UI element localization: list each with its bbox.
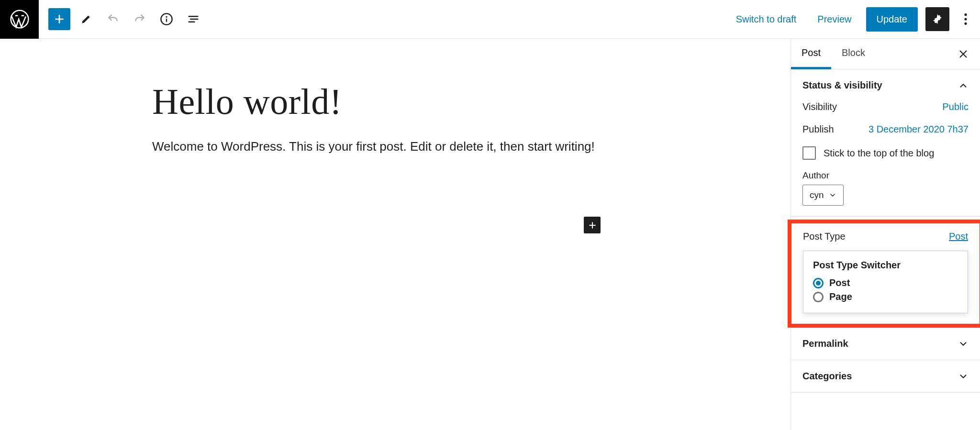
post-type-current-link[interactable]: Post bbox=[949, 231, 968, 242]
sticky-checkbox-row[interactable]: Stick to the top of the blog bbox=[802, 146, 969, 160]
post-content-block[interactable]: Welcome to WordPress. This is your first… bbox=[152, 137, 791, 156]
svg-rect-3 bbox=[166, 19, 167, 22]
publish-value-link[interactable]: 3 December 2020 7h37 bbox=[869, 124, 969, 135]
toolbar-left-group bbox=[39, 8, 204, 30]
publish-row: Publish 3 December 2020 7h37 bbox=[802, 124, 969, 135]
more-options-button[interactable] bbox=[957, 7, 974, 31]
sticky-checkbox[interactable] bbox=[802, 146, 816, 160]
switch-to-draft-button[interactable]: Switch to draft bbox=[729, 9, 803, 30]
visibility-row: Visibility Public bbox=[802, 101, 969, 112]
post-type-option-page-label: Page bbox=[829, 291, 852, 302]
permalink-title: Permalink bbox=[802, 338, 848, 349]
outline-button[interactable] bbox=[182, 8, 204, 30]
vertical-dots-icon bbox=[964, 12, 968, 26]
edit-mode-button[interactable] bbox=[75, 8, 97, 30]
svg-point-7 bbox=[964, 22, 967, 25]
post-type-option-post-label: Post bbox=[829, 277, 850, 288]
visibility-label: Visibility bbox=[802, 101, 837, 112]
panel-permalink-header[interactable]: Permalink bbox=[791, 328, 980, 360]
close-icon bbox=[958, 49, 969, 59]
wordpress-logo[interactable] bbox=[0, 0, 39, 39]
info-icon bbox=[160, 12, 173, 26]
plus-icon bbox=[53, 13, 66, 25]
outline-icon bbox=[187, 12, 200, 26]
settings-toggle-button[interactable] bbox=[925, 7, 949, 31]
publish-label: Publish bbox=[802, 124, 834, 135]
add-block-inline-button[interactable] bbox=[584, 217, 601, 233]
post-type-option-post[interactable]: Post bbox=[813, 277, 958, 288]
chevron-down-icon bbox=[958, 371, 969, 382]
wordpress-icon bbox=[9, 9, 30, 30]
categories-title: Categories bbox=[802, 371, 852, 382]
svg-point-6 bbox=[964, 18, 967, 20]
post-type-option-page[interactable]: Page bbox=[813, 291, 958, 302]
panel-status-visibility: Status & visibility Visibility Public Pu… bbox=[791, 69, 980, 217]
chevron-down-icon bbox=[958, 339, 969, 349]
svg-point-5 bbox=[964, 13, 967, 16]
post-type-heading: Post Type bbox=[803, 231, 846, 242]
sidebar-tabs: Post Block bbox=[791, 39, 980, 69]
sticky-label: Stick to the top of the blog bbox=[824, 148, 934, 159]
panel-permalink: Permalink bbox=[791, 328, 980, 360]
gear-icon bbox=[931, 13, 944, 25]
content-info-button[interactable] bbox=[156, 8, 178, 30]
panel-categories-header[interactable]: Categories bbox=[791, 360, 980, 392]
radio-selected-icon bbox=[813, 278, 824, 288]
tab-block[interactable]: Block bbox=[831, 39, 876, 69]
editor-toolbar: Switch to draft Preview Update bbox=[0, 0, 980, 39]
pencil-icon bbox=[80, 13, 92, 25]
post-type-switcher-popover: Post Type Switcher Post Page bbox=[803, 251, 968, 313]
visibility-value-link[interactable]: Public bbox=[943, 101, 969, 112]
panel-categories: Categories bbox=[791, 360, 980, 393]
svg-point-2 bbox=[166, 16, 167, 18]
panel-status-visibility-header[interactable]: Status & visibility bbox=[791, 69, 980, 101]
author-label: Author bbox=[802, 170, 969, 181]
author-select-value: cyn bbox=[810, 190, 824, 200]
post-type-switcher-title: Post Type Switcher bbox=[813, 260, 958, 271]
panel-status-visibility-body: Visibility Public Publish 3 December 202… bbox=[791, 101, 980, 216]
post-type-header: Post Type Post bbox=[803, 231, 968, 242]
close-sidebar-button[interactable] bbox=[951, 42, 975, 66]
update-button[interactable]: Update bbox=[866, 7, 918, 32]
add-block-toolbar-button[interactable] bbox=[48, 8, 70, 30]
chevron-up-icon bbox=[958, 80, 969, 91]
post-type-highlight: Post Type Post Post Type Switcher Post P… bbox=[788, 220, 980, 328]
redo-icon bbox=[134, 13, 146, 25]
panel-title: Status & visibility bbox=[802, 80, 882, 91]
settings-sidebar: Post Block Status & visibility Visibilit… bbox=[791, 39, 980, 430]
plus-icon bbox=[588, 221, 597, 230]
undo-icon bbox=[107, 13, 119, 25]
redo-button[interactable] bbox=[129, 8, 151, 30]
chevron-down-icon bbox=[829, 191, 836, 199]
post-title-input[interactable]: Hello world! bbox=[152, 82, 791, 122]
undo-button[interactable] bbox=[102, 8, 124, 30]
author-select[interactable]: cyn bbox=[802, 185, 844, 206]
preview-button[interactable]: Preview bbox=[811, 9, 858, 30]
editor-canvas: Hello world! Welcome to WordPress. This … bbox=[0, 39, 791, 430]
radio-unselected-icon bbox=[813, 292, 824, 302]
tab-post[interactable]: Post bbox=[791, 39, 831, 69]
toolbar-right-group: Switch to draft Preview Update bbox=[729, 7, 980, 32]
